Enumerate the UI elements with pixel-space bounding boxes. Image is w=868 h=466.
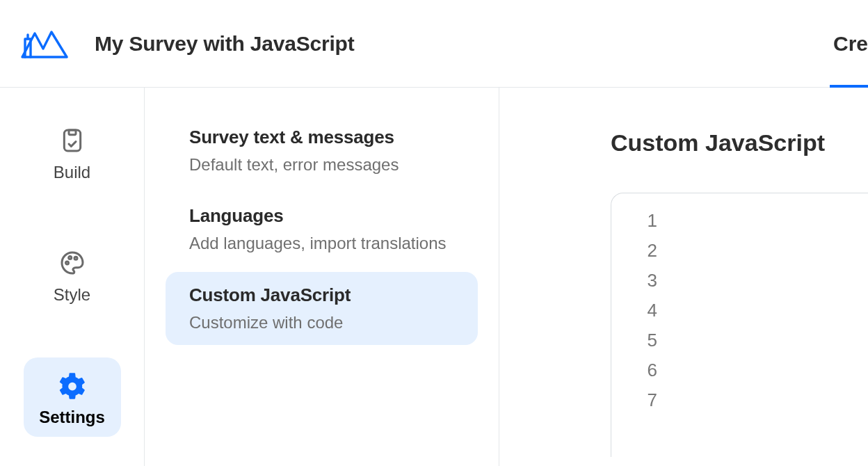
svg-point-1 [65, 262, 68, 264]
line-number-gutter: 1 2 3 4 5 6 7 [643, 210, 868, 411]
main-panel: Custom JavaScript 1 2 3 4 5 6 7 [499, 88, 868, 466]
line-number: 6 [643, 360, 657, 381]
sidebar-item-style[interactable]: Style [24, 235, 121, 314]
settings-entry-subtitle: Customize with code [189, 312, 454, 334]
sidebar-item-settings[interactable]: Settings [24, 357, 121, 437]
line-number: 5 [643, 330, 657, 351]
settings-entry-survey-text[interactable]: Survey text & messages Default text, err… [166, 114, 478, 187]
svg-point-3 [74, 257, 77, 259]
gear-icon [58, 371, 86, 399]
line-number: 1 [643, 210, 657, 232]
sidebar-item-label: Style [54, 285, 90, 305]
settings-entry-title: Survey text & messages [189, 127, 454, 148]
svg-rect-0 [64, 130, 80, 151]
left-sidebar: Build Style [0, 88, 145, 466]
palette-icon [58, 249, 86, 277]
settings-entry-subtitle: Default text, error messages [189, 154, 454, 176]
clipboard-icon [58, 127, 86, 154]
settings-entry-title: Custom JavaScript [189, 284, 454, 306]
line-number: 7 [643, 389, 657, 411]
panel-heading: Custom JavaScript [611, 129, 868, 156]
app-logo [21, 29, 68, 58]
tab-create[interactable]: Cre [833, 32, 868, 56]
settings-entry-title: Languages [189, 205, 454, 227]
settings-entry-languages[interactable]: Languages Add languages, import translat… [166, 193, 478, 266]
app-header: My Survey with JavaScript Cre [0, 0, 868, 88]
sidebar-item-label: Build [54, 163, 90, 182]
code-editor[interactable]: 1 2 3 4 5 6 7 [611, 193, 868, 457]
line-number: 3 [643, 270, 657, 291]
survey-title[interactable]: My Survey with JavaScript [95, 32, 355, 56]
line-number: 4 [643, 300, 657, 321]
settings-entry-subtitle: Add languages, import translations [189, 232, 454, 255]
sidebar-item-build[interactable]: Build [24, 113, 121, 192]
sidebar-item-label: Settings [39, 408, 105, 427]
svg-point-2 [68, 257, 71, 259]
settings-entry-custom-js[interactable]: Custom JavaScript Customize with code [166, 272, 478, 345]
line-number: 2 [643, 240, 657, 262]
settings-list: Survey text & messages Default text, err… [145, 88, 499, 466]
